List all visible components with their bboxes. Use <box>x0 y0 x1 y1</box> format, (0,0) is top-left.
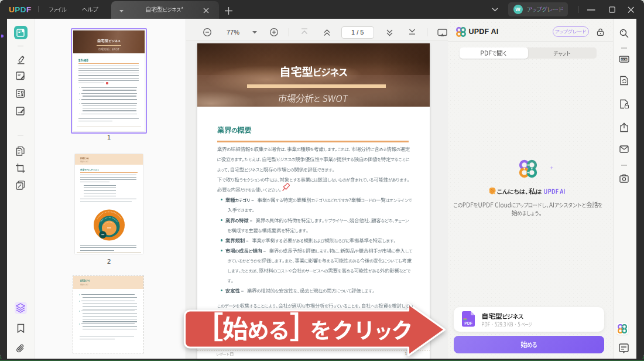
svg-text:PDF: PDF <box>464 321 472 325</box>
svg-text:OCR: OCR <box>621 58 626 61</box>
